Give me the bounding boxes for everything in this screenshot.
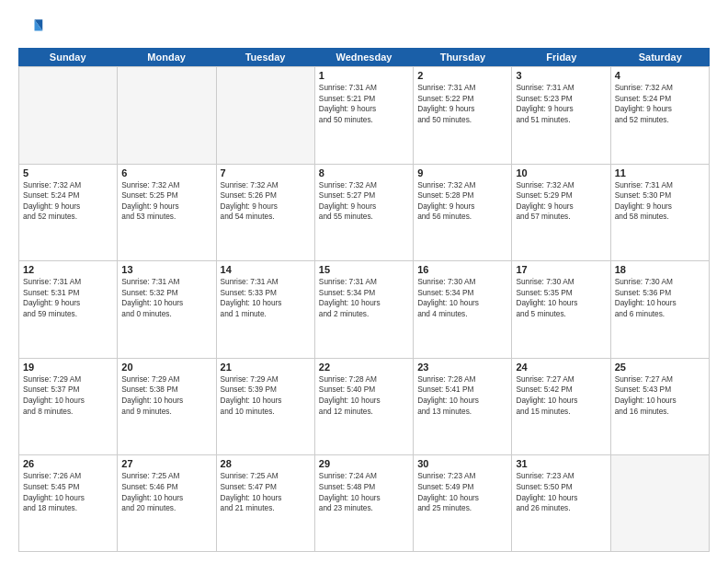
day-info: Sunrise: 7:32 AM Sunset: 5:24 PM Dayligh…	[23, 180, 113, 223]
day-info: Sunrise: 7:23 AM Sunset: 5:50 PM Dayligh…	[516, 471, 606, 513]
day-number: 4	[615, 70, 705, 81]
day-info: Sunrise: 7:29 AM Sunset: 5:38 PM Dayligh…	[121, 374, 211, 417]
calendar-cell: 15Sunrise: 7:31 AM Sunset: 5:34 PM Dayli…	[315, 260, 414, 358]
calendar-cell: 10Sunrise: 7:32 AM Sunset: 5:29 PM Dayli…	[512, 164, 610, 261]
day-number: 11	[615, 167, 705, 178]
day-number: 6	[121, 167, 211, 178]
day-info: Sunrise: 7:24 AM Sunset: 5:48 PM Dayligh…	[319, 471, 409, 513]
calendar-cell: 30Sunrise: 7:23 AM Sunset: 5:49 PM Dayli…	[414, 454, 512, 552]
day-number: 16	[417, 264, 507, 275]
day-number: 23	[417, 362, 507, 373]
calendar-cell: 22Sunrise: 7:28 AM Sunset: 5:40 PM Dayli…	[315, 358, 414, 455]
weekday-header: Friday	[512, 48, 610, 66]
day-info: Sunrise: 7:29 AM Sunset: 5:37 PM Dayligh…	[23, 374, 113, 417]
calendar-cell: 12Sunrise: 7:31 AM Sunset: 5:31 PM Dayli…	[19, 260, 118, 358]
day-number: 27	[121, 458, 211, 469]
page: SundayMondayTuesdayWednesdayThursdayFrid…	[0, 0, 728, 563]
day-number: 12	[23, 264, 113, 275]
day-info: Sunrise: 7:23 AM Sunset: 5:49 PM Dayligh…	[417, 471, 507, 513]
day-info: Sunrise: 7:31 AM Sunset: 5:31 PM Dayligh…	[23, 277, 113, 319]
calendar-cell: 25Sunrise: 7:27 AM Sunset: 5:43 PM Dayli…	[611, 358, 710, 455]
calendar-cell: 14Sunrise: 7:31 AM Sunset: 5:33 PM Dayli…	[217, 260, 315, 358]
calendar-row: 12Sunrise: 7:31 AM Sunset: 5:31 PM Dayli…	[18, 260, 710, 358]
day-number: 19	[23, 362, 113, 373]
day-info: Sunrise: 7:32 AM Sunset: 5:26 PM Dayligh…	[221, 180, 311, 223]
day-number: 31	[516, 458, 606, 469]
day-number: 21	[221, 362, 311, 373]
calendar-cell: 16Sunrise: 7:30 AM Sunset: 5:34 PM Dayli…	[414, 260, 512, 358]
day-number: 14	[221, 264, 311, 275]
day-info: Sunrise: 7:30 AM Sunset: 5:36 PM Dayligh…	[615, 277, 705, 319]
day-number: 30	[417, 458, 507, 469]
day-info: Sunrise: 7:31 AM Sunset: 5:21 PM Dayligh…	[319, 83, 409, 125]
day-number: 18	[615, 264, 705, 275]
calendar-cell: 18Sunrise: 7:30 AM Sunset: 5:36 PM Dayli…	[611, 260, 710, 358]
day-number: 7	[221, 167, 311, 178]
day-info: Sunrise: 7:25 AM Sunset: 5:46 PM Dayligh…	[121, 471, 211, 513]
header	[18, 15, 710, 40]
calendar-cell: 13Sunrise: 7:31 AM Sunset: 5:32 PM Dayli…	[118, 260, 216, 358]
weekday-header: Monday	[117, 48, 215, 66]
day-info: Sunrise: 7:31 AM Sunset: 5:23 PM Dayligh…	[516, 83, 606, 125]
calendar-row: 19Sunrise: 7:29 AM Sunset: 5:37 PM Dayli…	[18, 358, 710, 455]
day-number: 3	[516, 70, 606, 81]
day-number: 2	[417, 70, 507, 81]
calendar-cell	[118, 66, 216, 164]
calendar-cell: 11Sunrise: 7:31 AM Sunset: 5:30 PM Dayli…	[611, 164, 710, 261]
calendar-cell: 21Sunrise: 7:29 AM Sunset: 5:39 PM Dayli…	[217, 358, 315, 455]
day-number: 20	[121, 362, 211, 373]
day-info: Sunrise: 7:27 AM Sunset: 5:42 PM Dayligh…	[516, 374, 606, 417]
day-info: Sunrise: 7:26 AM Sunset: 5:45 PM Dayligh…	[23, 471, 113, 513]
calendar-cell: 4Sunrise: 7:32 AM Sunset: 5:24 PM Daylig…	[611, 66, 710, 164]
weekday-header: Saturday	[611, 48, 710, 66]
day-info: Sunrise: 7:32 AM Sunset: 5:25 PM Dayligh…	[121, 180, 211, 223]
day-info: Sunrise: 7:32 AM Sunset: 5:27 PM Dayligh…	[319, 180, 409, 223]
day-info: Sunrise: 7:32 AM Sunset: 5:28 PM Dayligh…	[417, 180, 507, 223]
weekday-header: Wednesday	[314, 48, 413, 66]
weekday-header: Thursday	[414, 48, 512, 66]
weekday-header: Sunday	[18, 48, 117, 66]
calendar-cell	[19, 66, 118, 164]
day-info: Sunrise: 7:25 AM Sunset: 5:47 PM Dayligh…	[221, 471, 311, 513]
logo-icon	[18, 15, 44, 40]
calendar-cell: 3Sunrise: 7:31 AM Sunset: 5:23 PM Daylig…	[512, 66, 610, 164]
day-info: Sunrise: 7:30 AM Sunset: 5:35 PM Dayligh…	[516, 277, 606, 319]
calendar-row: 1Sunrise: 7:31 AM Sunset: 5:21 PM Daylig…	[18, 66, 710, 164]
day-info: Sunrise: 7:28 AM Sunset: 5:41 PM Dayligh…	[417, 374, 507, 417]
day-number: 1	[319, 70, 409, 81]
calendar-header: SundayMondayTuesdayWednesdayThursdayFrid…	[18, 48, 710, 66]
day-number: 8	[319, 167, 409, 178]
day-number: 26	[23, 458, 113, 469]
day-info: Sunrise: 7:31 AM Sunset: 5:33 PM Dayligh…	[221, 277, 311, 319]
calendar-cell: 28Sunrise: 7:25 AM Sunset: 5:47 PM Dayli…	[217, 454, 315, 552]
calendar-cell: 31Sunrise: 7:23 AM Sunset: 5:50 PM Dayli…	[512, 454, 610, 552]
day-number: 17	[516, 264, 606, 275]
day-number: 10	[516, 167, 606, 178]
day-number: 24	[516, 362, 606, 373]
day-info: Sunrise: 7:32 AM Sunset: 5:24 PM Dayligh…	[615, 83, 705, 125]
calendar-cell: 29Sunrise: 7:24 AM Sunset: 5:48 PM Dayli…	[315, 454, 414, 552]
day-info: Sunrise: 7:29 AM Sunset: 5:39 PM Dayligh…	[221, 374, 311, 417]
day-number: 15	[319, 264, 409, 275]
calendar-cell: 8Sunrise: 7:32 AM Sunset: 5:27 PM Daylig…	[315, 164, 414, 261]
day-info: Sunrise: 7:31 AM Sunset: 5:22 PM Dayligh…	[417, 83, 507, 125]
day-number: 9	[417, 167, 507, 178]
day-number: 29	[319, 458, 409, 469]
calendar-cell	[611, 454, 710, 552]
day-info: Sunrise: 7:31 AM Sunset: 5:32 PM Dayligh…	[121, 277, 211, 319]
calendar-cell: 23Sunrise: 7:28 AM Sunset: 5:41 PM Dayli…	[414, 358, 512, 455]
calendar-cell: 5Sunrise: 7:32 AM Sunset: 5:24 PM Daylig…	[19, 164, 118, 261]
day-info: Sunrise: 7:31 AM Sunset: 5:30 PM Dayligh…	[615, 180, 705, 223]
calendar-body: 1Sunrise: 7:31 AM Sunset: 5:21 PM Daylig…	[18, 66, 710, 552]
day-info: Sunrise: 7:30 AM Sunset: 5:34 PM Dayligh…	[417, 277, 507, 319]
calendar-cell: 2Sunrise: 7:31 AM Sunset: 5:22 PM Daylig…	[414, 66, 512, 164]
day-number: 28	[221, 458, 311, 469]
day-number: 13	[121, 264, 211, 275]
logo	[18, 15, 48, 40]
calendar: SundayMondayTuesdayWednesdayThursdayFrid…	[18, 48, 710, 552]
calendar-cell	[217, 66, 315, 164]
day-number: 25	[615, 362, 705, 373]
calendar-cell: 9Sunrise: 7:32 AM Sunset: 5:28 PM Daylig…	[414, 164, 512, 261]
day-number: 5	[23, 167, 113, 178]
day-info: Sunrise: 7:32 AM Sunset: 5:29 PM Dayligh…	[516, 180, 606, 223]
